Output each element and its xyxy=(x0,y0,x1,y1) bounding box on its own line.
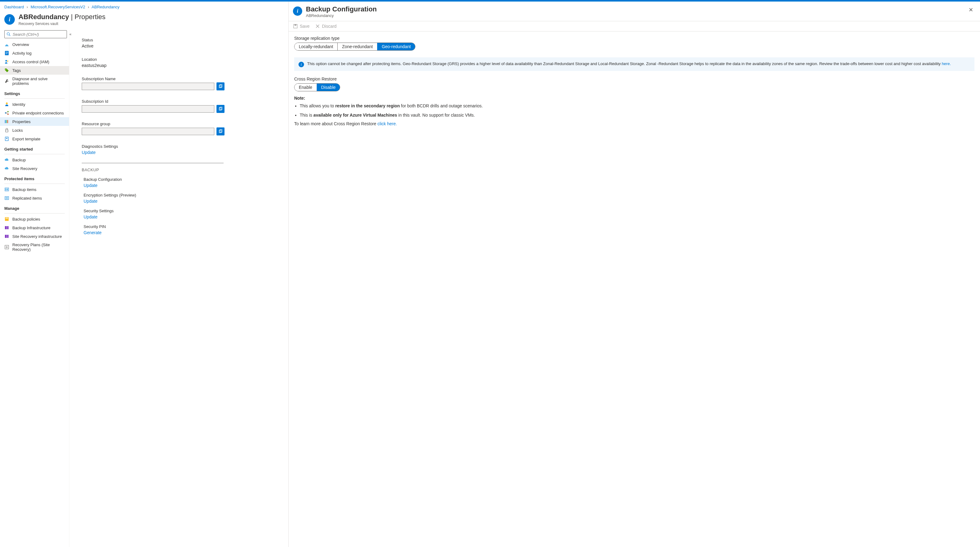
svg-line-1 xyxy=(9,35,11,36)
properties-icon xyxy=(4,119,9,124)
nav-group-settings: Settings xyxy=(0,88,69,97)
breadcrumb-link-0[interactable]: Dashboard xyxy=(4,5,24,9)
repl-pill-group: Locally-redundant Zone-redundant Geo-red… xyxy=(294,43,415,51)
nav-backup-items[interactable]: Backup items xyxy=(0,185,69,194)
svg-rect-29 xyxy=(6,226,8,229)
nav-backup-infra[interactable]: Backup Infrastructure xyxy=(0,223,69,232)
svg-rect-16 xyxy=(6,120,7,123)
overview-icon xyxy=(4,42,9,47)
sr-infra-icon xyxy=(4,234,9,239)
panel-subtitle: ABRedundancy xyxy=(306,13,377,18)
endpoint-icon xyxy=(4,110,9,115)
export-icon xyxy=(4,136,9,141)
note-heading: Note: xyxy=(294,96,974,100)
nav-iam[interactable]: Access control (IAM) xyxy=(0,57,69,66)
bc-update-link[interactable]: Update xyxy=(84,183,282,188)
svg-rect-28 xyxy=(5,226,6,229)
learn-more: To learn more about Cross Region Restore… xyxy=(294,121,974,126)
learn-more-link[interactable]: click here. xyxy=(377,121,397,126)
svg-rect-31 xyxy=(5,235,6,238)
nav-properties[interactable]: Properties xyxy=(0,117,69,126)
nav-export-template[interactable]: Export template xyxy=(0,134,69,143)
enc-update-link[interactable]: Update xyxy=(84,199,282,204)
save-icon xyxy=(293,24,298,29)
nav-identity[interactable]: Identity xyxy=(0,100,69,108)
svg-point-0 xyxy=(7,33,10,35)
repl-opt-zone[interactable]: Zone-redundant xyxy=(337,43,377,50)
divider xyxy=(82,163,224,163)
breadcrumb-link-2[interactable]: ABRedundancy xyxy=(92,5,119,9)
repl-opt-geo[interactable]: Geo-redundant xyxy=(377,43,415,50)
search-input[interactable] xyxy=(13,32,65,37)
backup-items-icon xyxy=(4,187,9,192)
repl-opt-local[interactable]: Locally-redundant xyxy=(294,43,337,50)
subname-input[interactable] xyxy=(82,83,214,90)
svg-rect-30 xyxy=(8,226,9,229)
vault-info-icon: i xyxy=(4,14,15,25)
nav-private-endpoint[interactable]: Private endpoint connections xyxy=(0,108,69,117)
bc-label: Backup Configuration xyxy=(84,177,282,182)
pin-generate-link[interactable]: Generate xyxy=(84,230,282,235)
diag-label: Diagnostics Settings xyxy=(82,144,282,149)
nav-backup[interactable]: Backup xyxy=(0,155,69,164)
copy-rg-button[interactable] xyxy=(216,128,224,136)
nav-sr-infra[interactable]: Site Recovery infrastructure xyxy=(0,232,69,241)
pin-label: Security PIN xyxy=(84,224,282,229)
chevron-right-icon: › xyxy=(27,5,28,9)
nav-recovery-plans[interactable]: Recovery Plans (Site Recovery) xyxy=(0,241,69,254)
nav-site-recovery[interactable]: Site Recovery xyxy=(0,164,69,173)
nav-group-manage: Manage xyxy=(0,203,69,212)
crr-label: Cross Region Restore xyxy=(294,77,974,81)
breadcrumb: Dashboard › Microsoft.RecoveryServicesV2… xyxy=(0,2,288,11)
svg-rect-5 xyxy=(6,54,7,54)
page-title: ABRedundancy | Properties xyxy=(19,13,105,21)
svg-rect-33 xyxy=(8,235,9,238)
discard-icon xyxy=(315,24,320,29)
info-icon: i xyxy=(299,62,304,67)
lock-icon xyxy=(4,128,9,133)
rg-input[interactable] xyxy=(82,128,214,135)
wrench-icon xyxy=(4,79,9,84)
copy-subname-button[interactable] xyxy=(216,82,224,90)
svg-rect-25 xyxy=(6,198,8,199)
nav-backup-policies[interactable]: Backup policies xyxy=(0,215,69,223)
note-item-1: This allows you to restore in the second… xyxy=(300,103,974,109)
nav-locks[interactable]: Locks xyxy=(0,126,69,134)
subid-input[interactable] xyxy=(82,105,214,113)
cloud-recovery-icon xyxy=(4,166,9,171)
svg-rect-24 xyxy=(6,197,8,198)
search-icon xyxy=(6,32,11,37)
discard-button[interactable]: Discard xyxy=(315,24,336,29)
subname-label: Subscription Name xyxy=(82,77,282,81)
nav-activity-log[interactable]: Activity log xyxy=(0,49,69,57)
svg-rect-32 xyxy=(6,235,8,238)
sec-update-link[interactable]: Update xyxy=(84,214,282,219)
nav-diagnose[interactable]: Diagnose and solve problems xyxy=(0,75,69,88)
info-callout: i This option cannot be changed after pr… xyxy=(294,57,974,71)
log-icon xyxy=(4,51,9,56)
replicated-items-icon xyxy=(4,196,9,201)
status-value: Active xyxy=(82,43,282,48)
info-here-link[interactable]: here. xyxy=(942,61,951,66)
nav-overview[interactable]: Overview xyxy=(0,40,69,49)
nav-tags[interactable]: Tags xyxy=(0,66,69,75)
location-value: eastus2euap xyxy=(82,63,282,68)
copy-subid-button[interactable] xyxy=(216,105,224,113)
search-input-wrapper[interactable] xyxy=(4,30,67,38)
svg-rect-22 xyxy=(7,188,8,190)
nav-replicated-items[interactable]: Replicated items xyxy=(0,194,69,203)
svg-point-7 xyxy=(7,61,8,62)
breadcrumb-link-1[interactable]: Microsoft.RecoveryServicesV2 xyxy=(30,5,85,9)
nav-group-getting-started: Getting started xyxy=(0,143,69,153)
svg-rect-20 xyxy=(5,188,9,191)
svg-point-6 xyxy=(6,60,7,62)
diag-update-link[interactable]: Update xyxy=(82,150,282,155)
nav-group-protected: Protected items xyxy=(0,173,69,182)
crr-opt-disable[interactable]: Disable xyxy=(317,84,340,91)
backup-section-head: BACKUP xyxy=(82,167,282,172)
crr-opt-enable[interactable]: Enable xyxy=(294,84,317,91)
collapse-nav-button[interactable]: « xyxy=(69,32,72,37)
svg-rect-18 xyxy=(6,130,8,132)
close-panel-button[interactable]: ✕ xyxy=(967,5,974,14)
save-button[interactable]: Save xyxy=(293,24,310,29)
